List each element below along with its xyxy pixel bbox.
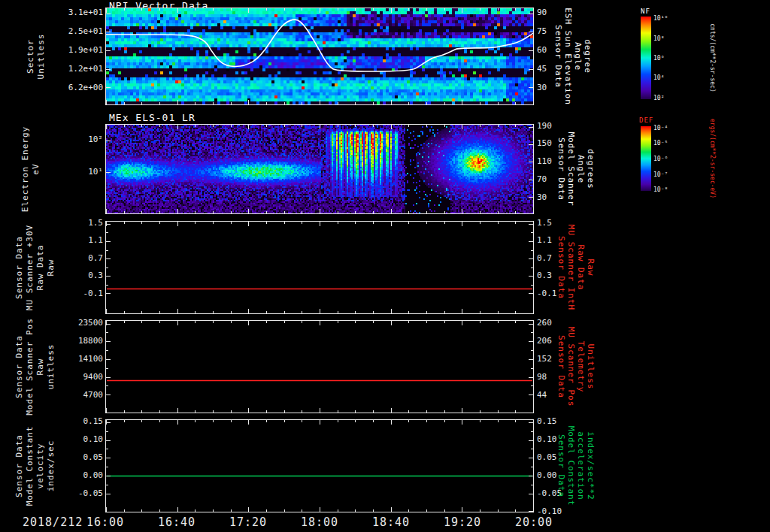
y-axis-title-line: Sensor Data bbox=[14, 335, 24, 398]
right-axis-title-line: Raw bbox=[586, 259, 596, 277]
y-tick-label: 1.1 bbox=[88, 236, 103, 245]
y-axis-title-line: Model Constant bbox=[25, 426, 35, 506]
right-y-tick-label: 150 bbox=[537, 139, 552, 148]
y-tick-label: -0.1 bbox=[83, 289, 104, 298]
right-y-tick-label: 90 bbox=[537, 8, 547, 17]
y-axis-title-line: Sector bbox=[26, 39, 35, 74]
y-axis-title-line: Raw Data bbox=[35, 245, 45, 291]
y-tick-label: 18800 bbox=[78, 337, 103, 346]
y-axis-title-line: velocity bbox=[35, 443, 45, 489]
y-axis-title-line: unitless bbox=[46, 344, 56, 390]
plot-canvas-0 bbox=[106, 8, 533, 104]
right-y-tick-label: 45 bbox=[537, 65, 547, 74]
colorbar-tick-label: 10² bbox=[653, 95, 664, 101]
right-y-tick-label: 1.5 bbox=[537, 219, 552, 228]
right-y-tick-label: 1.1 bbox=[537, 236, 552, 245]
right-y-tick-label: 75 bbox=[537, 27, 547, 36]
spectrogram-panel-1 bbox=[105, 124, 534, 214]
right-axis-title-line: MU Scanner Pos bbox=[566, 327, 576, 407]
line-panel-2 bbox=[105, 221, 534, 314]
y-tick-label: 0.10 bbox=[83, 435, 104, 444]
y-axis-title-line: Electron Energy bbox=[20, 126, 30, 212]
right-axis-title-line: degree bbox=[583, 39, 593, 74]
right-axis-title-line: ESH Sun Elevation bbox=[563, 8, 573, 105]
colorbar-tick-label: 10⁻⁴ bbox=[653, 125, 668, 131]
y-tick-label: 3.1e+01 bbox=[68, 8, 103, 17]
els-panel-title: MEx ELS-01 LR bbox=[109, 112, 196, 123]
right-y-tick-label: 30 bbox=[537, 83, 547, 92]
right-axis-title-line: degrees bbox=[586, 149, 596, 189]
y-axis-title-line: Model Scanner Pos bbox=[25, 318, 35, 416]
colorbar-tick-label: 10⁻⁵ bbox=[653, 140, 668, 147]
def-colorbar-unit: ergs/(cm**2-sr-sec-eV) bbox=[709, 119, 716, 198]
colorbar-tick-label: 10⁻⁸ bbox=[653, 186, 668, 193]
time-tick-label: 20:00 bbox=[515, 515, 553, 529]
colorbar-tick-label: 10⁻⁷ bbox=[653, 171, 668, 178]
right-axis-title-line: Angle bbox=[576, 155, 586, 183]
right-axis-title-line: Angle bbox=[573, 42, 583, 71]
colorbar-tick-label: 10¹⁰ bbox=[653, 15, 668, 22]
right-y-tick-label: 0.10 bbox=[537, 435, 557, 444]
y-tick-label: 0.15 bbox=[83, 417, 104, 426]
colorbar-tick-label: 10⁶ bbox=[653, 55, 664, 62]
time-tick-label: 17:20 bbox=[229, 515, 267, 529]
right-axis-title-line: Raw Data bbox=[576, 245, 586, 291]
right-axis-title-line: Sensor Data bbox=[556, 236, 566, 299]
right-axis-title-line: Unitless bbox=[586, 344, 596, 390]
y-tick-label: -0.05 bbox=[78, 489, 103, 498]
right-axis-title-line: Sensor Data bbox=[556, 335, 566, 398]
plot-canvas-3 bbox=[106, 321, 533, 413]
y-axis-title-line: Sensor Data bbox=[14, 434, 24, 497]
right-y-tick-label: 206 bbox=[537, 337, 552, 346]
right-axis-title-line: acceleration bbox=[576, 431, 586, 500]
y-axis-title-line: Sensor Data bbox=[14, 236, 24, 299]
right-y-tick-label: -0.1 bbox=[537, 289, 557, 298]
line-panel-4 bbox=[105, 419, 534, 512]
nf-colorbar-unit: cnts/(cm**2-sr-sec) bbox=[709, 23, 716, 92]
y-axis-title-line: Unitless bbox=[36, 34, 46, 80]
y-axis-title-line: MU Scanner +30V bbox=[25, 225, 35, 310]
right-axis-title-line: index/sec**2 bbox=[586, 431, 596, 500]
right-y-tick-label: 0.15 bbox=[537, 417, 557, 426]
right-y-tick-label: 190 bbox=[537, 122, 552, 131]
date-label: 2018/212 bbox=[23, 515, 83, 529]
y-tick-label: 0.05 bbox=[83, 453, 104, 462]
right-y-tick-label: 0.00 bbox=[537, 471, 557, 480]
y-tick-label: 1.2e+01 bbox=[68, 65, 103, 74]
right-axis-title-line: Telemetry bbox=[576, 341, 586, 393]
right-y-tick-label: 0.7 bbox=[537, 254, 552, 263]
right-axis-title-line: Model Scanner bbox=[566, 131, 576, 206]
y-axis-title-line: Raw bbox=[46, 259, 56, 277]
y-tick-label: 4700 bbox=[83, 391, 104, 400]
right-y-tick-label: 110 bbox=[537, 157, 552, 166]
y-tick-label: 0.3 bbox=[88, 271, 103, 280]
colorbar-tick-label: 10⁴ bbox=[653, 74, 664, 81]
right-axis-title-line: Sensor Data bbox=[553, 25, 563, 88]
right-y-tick-label: 60 bbox=[537, 46, 547, 55]
right-y-tick-label: 0.05 bbox=[537, 453, 557, 462]
y-axis-title-line: eV bbox=[31, 163, 41, 174]
right-axis-title-line: Model Constant bbox=[566, 426, 576, 506]
y-tick-label: 2.5e+01 bbox=[68, 27, 103, 36]
plot-canvas-4 bbox=[106, 420, 533, 512]
colorbar-tick-label: 10⁻⁶ bbox=[653, 156, 668, 162]
time-tick-label: 18:40 bbox=[372, 515, 410, 529]
right-y-tick-label: 98 bbox=[537, 373, 547, 382]
nf-colorbar bbox=[641, 17, 651, 99]
right-y-tick-label: 30 bbox=[537, 193, 547, 202]
y-tick-label: 10¹ bbox=[88, 168, 103, 177]
plot-canvas-1 bbox=[106, 125, 533, 213]
y-tick-label: 10² bbox=[88, 135, 103, 144]
y-tick-label: 1.9e+01 bbox=[68, 46, 103, 55]
y-tick-label: 23500 bbox=[78, 319, 103, 328]
right-axis-title-line: Sensor Data bbox=[556, 434, 566, 497]
right-y-tick-label: 260 bbox=[537, 319, 552, 328]
y-tick-label: 9400 bbox=[83, 373, 104, 382]
y-tick-label: 0.00 bbox=[83, 471, 104, 480]
plot-canvas-2 bbox=[106, 222, 533, 313]
def-colorbar-title: DEF bbox=[639, 116, 653, 124]
right-y-tick-label: 70 bbox=[537, 175, 547, 184]
spectrogram-panel-0 bbox=[105, 8, 534, 105]
right-axis-title-line: Sensor Data bbox=[556, 138, 566, 201]
time-tick-label: 16:40 bbox=[158, 515, 196, 529]
